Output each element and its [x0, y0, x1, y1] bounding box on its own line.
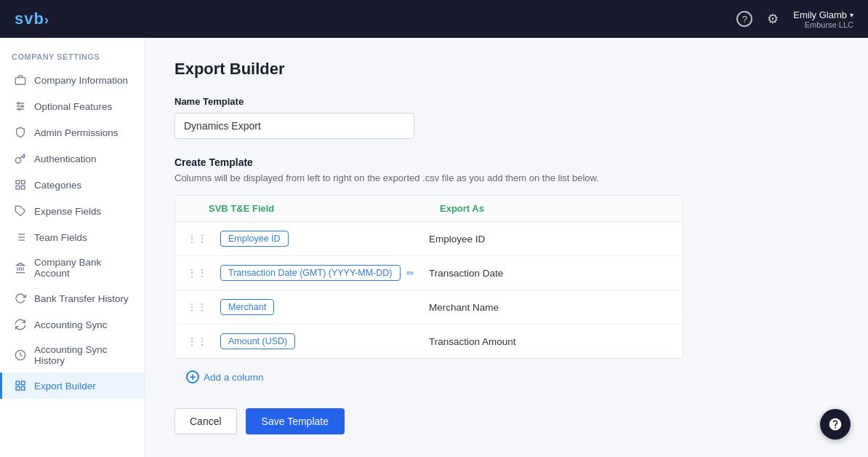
sidebar-item-label: Team Fields: [34, 232, 87, 243]
svg-rect-11: [16, 186, 20, 189]
name-template-input[interactable]: [174, 113, 414, 139]
topnav: svb› ? ⚙ Emily Glamb ▾ Emburse LLC: [0, 0, 868, 38]
drag-handle-icon[interactable]: ⋮⋮: [187, 267, 207, 279]
gear-icon[interactable]: ⚙: [767, 11, 779, 27]
sidebar-item-export-builder[interactable]: Export Builder: [0, 373, 145, 399]
field-col: ⋮⋮ Transaction Date (GMT) (YYYY-MM-DD) ✏: [187, 265, 429, 281]
field-badge: Employee ID: [220, 231, 289, 247]
sidebar-item-authentication[interactable]: Authentication: [0, 146, 145, 172]
export-table: SVB T&E Field Export As ⋮⋮ Employee ID E…: [174, 195, 683, 359]
svg-rect-28: [21, 386, 25, 390]
sidebar-item-categories[interactable]: Categories: [0, 172, 145, 198]
main-content: Export Builder Name Template Create Temp…: [145, 38, 868, 457]
table-row: ⋮⋮ Transaction Date (GMT) (YYYY-MM-DD) ✏…: [175, 256, 683, 290]
export-col: Merchant Name: [429, 302, 671, 313]
svg-rect-8: [16, 180, 20, 184]
list-icon: [14, 231, 27, 244]
sidebar-item-company-bank-account[interactable]: Company Bank Account: [0, 250, 145, 285]
field-col: ⋮⋮ Merchant: [187, 299, 429, 315]
drag-handle-icon[interactable]: ⋮⋮: [187, 301, 207, 313]
sidebar-section-label: COMPANY SETTINGS: [0, 52, 145, 67]
chevron-down-icon: ▾: [850, 11, 853, 19]
create-template-title: Create Template: [174, 156, 839, 168]
sidebar-item-label: Expense Fields: [34, 206, 101, 217]
logo-text: svb: [15, 9, 44, 28]
drag-handle-icon[interactable]: ⋮⋮: [187, 233, 207, 245]
sidebar-item-label: Export Builder: [34, 381, 96, 392]
logo[interactable]: svb›: [15, 9, 49, 28]
sliders-icon: [14, 100, 27, 113]
add-column-label: Add a column: [204, 372, 264, 383]
briefcase-icon: [14, 73, 27, 87]
table-row: ⋮⋮ Merchant Merchant Name: [175, 290, 683, 325]
sidebar-item-label: Accounting Sync History: [34, 344, 133, 366]
svg-point-4: [17, 103, 20, 105]
refresh-icon: [14, 292, 27, 305]
svg-rect-9: [21, 180, 25, 184]
sidebar-item-label: Categories: [34, 180, 81, 191]
sidebar-item-company-information[interactable]: Company Information: [0, 67, 145, 93]
sidebar-item-label: Company Bank Account: [34, 257, 133, 279]
sidebar-item-label: Bank Transfer History: [34, 293, 129, 304]
add-column-button[interactable]: + Add a column: [174, 369, 839, 385]
drag-handle-icon[interactable]: ⋮⋮: [187, 335, 207, 347]
export-col: Transaction Date: [429, 268, 671, 279]
create-template-desc: Columns will be displayed from left to r…: [174, 172, 839, 183]
svg-marker-24: [17, 263, 25, 265]
edit-icon[interactable]: ✏: [406, 268, 414, 279]
tag-icon: [14, 204, 27, 218]
sidebar-item-accounting-sync[interactable]: Accounting Sync: [0, 311, 145, 338]
sidebar-item-label: Company Information: [34, 75, 128, 86]
help-bubble[interactable]: [820, 409, 851, 440]
save-template-button[interactable]: Save Template: [246, 408, 345, 434]
sidebar-item-expense-fields[interactable]: Expense Fields: [0, 198, 145, 224]
sidebar-item-label: Admin Permissions: [34, 127, 118, 138]
layout: COMPANY SETTINGS Company Information Opt…: [0, 38, 868, 457]
field-col: ⋮⋮ Employee ID: [187, 231, 429, 247]
svg-point-6: [18, 108, 20, 111]
sidebar-item-team-fields[interactable]: Team Fields: [0, 224, 145, 250]
user-menu[interactable]: Emily Glamb ▾ Emburse LLC: [793, 9, 853, 29]
sidebar: COMPANY SETTINGS Company Information Opt…: [0, 38, 145, 457]
sidebar-item-accounting-sync-history[interactable]: Accounting Sync History: [0, 338, 145, 373]
field-badge: Transaction Date (GMT) (YYYY-MM-DD): [220, 265, 401, 281]
svg-rect-0: [15, 78, 25, 84]
bank-icon: [14, 261, 27, 274]
sidebar-item-label: Optional Features: [34, 101, 112, 112]
page-title: Export Builder: [174, 60, 839, 79]
key-icon: [14, 152, 27, 165]
footer-buttons: Cancel Save Template: [174, 408, 839, 434]
sidebar-item-label: Accounting Sync: [34, 319, 108, 330]
svg-rect-27: [21, 381, 25, 385]
sidebar-item-label: Authentication: [34, 154, 97, 164]
col-field-header: SVB T&E Field: [187, 203, 440, 214]
export-icon: [14, 379, 27, 392]
cancel-button[interactable]: Cancel: [174, 408, 237, 434]
svg-point-5: [21, 106, 23, 108]
sidebar-item-optional-features[interactable]: Optional Features: [0, 93, 145, 119]
svg-point-7: [15, 158, 20, 163]
table-header: SVB T&E Field Export As: [175, 196, 683, 222]
shield-icon: [14, 126, 27, 139]
sidebar-item-bank-transfer-history[interactable]: Bank Transfer History: [0, 285, 145, 311]
clock-icon: [14, 349, 27, 362]
user-name: Emily Glamb ▾: [793, 9, 853, 20]
logo-arrow: ›: [44, 12, 49, 27]
col-export-header: Export As: [440, 203, 671, 214]
export-col: Transaction Amount: [429, 336, 671, 347]
plus-icon: +: [186, 370, 199, 384]
sidebar-item-admin-permissions[interactable]: Admin Permissions: [0, 119, 145, 146]
svg-rect-10: [21, 186, 25, 189]
svg-rect-29: [16, 386, 20, 390]
field-col: ⋮⋮ Amount (USD): [187, 333, 429, 349]
grid-icon: [14, 178, 27, 191]
export-col: Employee ID: [429, 234, 671, 245]
user-company: Emburse LLC: [805, 20, 853, 29]
table-row: ⋮⋮ Employee ID Employee ID: [175, 222, 683, 256]
field-badge: Merchant: [220, 299, 274, 315]
svg-rect-26: [16, 381, 20, 385]
sync-icon: [14, 318, 27, 331]
table-row: ⋮⋮ Amount (USD) Transaction Amount: [175, 325, 683, 358]
field-badge: Amount (USD): [220, 333, 295, 349]
help-icon[interactable]: ?: [736, 11, 752, 27]
